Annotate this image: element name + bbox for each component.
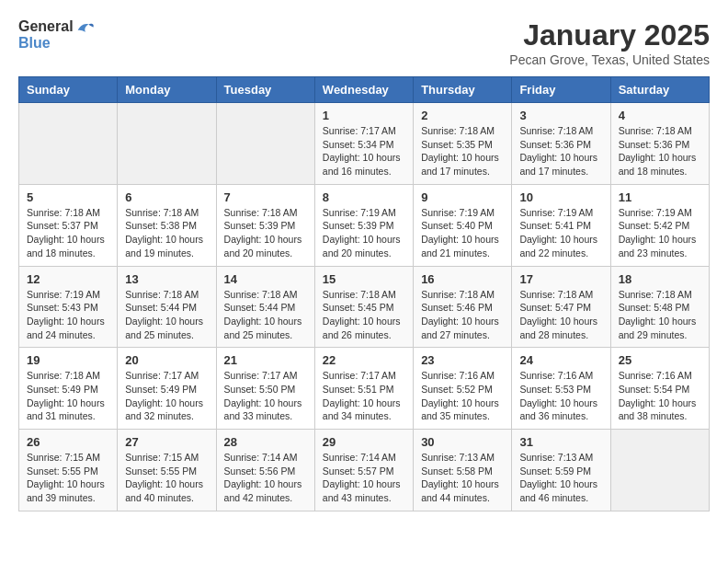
day-number: 19	[27, 353, 109, 367]
calendar-week-row: 26Sunrise: 7:15 AM Sunset: 5:55 PM Dayli…	[19, 430, 710, 511]
day-number: 28	[224, 435, 307, 449]
day-number: 13	[125, 272, 208, 286]
day-number: 22	[323, 353, 405, 367]
day-info: Sunrise: 7:17 AM Sunset: 5:51 PM Dayligh…	[323, 369, 405, 423]
table-row: 4Sunrise: 7:18 AM Sunset: 5:36 PM Daylig…	[610, 103, 709, 185]
day-info: Sunrise: 7:19 AM Sunset: 5:43 PM Dayligh…	[27, 288, 109, 342]
table-row: 13Sunrise: 7:18 AM Sunset: 5:44 PM Dayli…	[118, 266, 216, 348]
day-number: 17	[519, 272, 602, 286]
day-number: 8	[323, 190, 405, 204]
table-row: 30Sunrise: 7:13 AM Sunset: 5:58 PM Dayli…	[414, 430, 512, 511]
day-info: Sunrise: 7:18 AM Sunset: 5:46 PM Dayligh…	[421, 288, 504, 342]
calendar-week-row: 5Sunrise: 7:18 AM Sunset: 5:37 PM Daylig…	[19, 184, 710, 266]
day-info: Sunrise: 7:17 AM Sunset: 5:49 PM Dayligh…	[125, 369, 208, 423]
table-row: 16Sunrise: 7:18 AM Sunset: 5:46 PM Dayli…	[414, 266, 512, 348]
day-number: 30	[421, 435, 504, 449]
table-row: 3Sunrise: 7:18 AM Sunset: 5:36 PM Daylig…	[512, 103, 610, 185]
table-row	[118, 103, 216, 185]
day-info: Sunrise: 7:18 AM Sunset: 5:35 PM Dayligh…	[421, 124, 504, 178]
table-row: 10Sunrise: 7:19 AM Sunset: 5:41 PM Dayli…	[512, 184, 610, 266]
table-row: 23Sunrise: 7:16 AM Sunset: 5:52 PM Dayli…	[414, 348, 512, 430]
table-row	[216, 103, 314, 185]
logo-blue: Blue	[18, 35, 51, 51]
table-row: 27Sunrise: 7:15 AM Sunset: 5:55 PM Dayli…	[118, 430, 216, 511]
day-info: Sunrise: 7:18 AM Sunset: 5:39 PM Dayligh…	[224, 206, 307, 260]
day-number: 9	[421, 190, 504, 204]
day-number: 10	[519, 190, 602, 204]
calendar-week-row: 1Sunrise: 7:17 AM Sunset: 5:34 PM Daylig…	[19, 103, 710, 185]
day-number: 23	[421, 353, 504, 367]
calendar-week-row: 19Sunrise: 7:18 AM Sunset: 5:49 PM Dayli…	[19, 348, 710, 430]
table-row	[19, 103, 118, 185]
day-number: 20	[125, 353, 208, 367]
table-row: 22Sunrise: 7:17 AM Sunset: 5:51 PM Dayli…	[314, 348, 413, 430]
table-row: 11Sunrise: 7:19 AM Sunset: 5:42 PM Dayli…	[610, 184, 709, 266]
calendar-week-row: 12Sunrise: 7:19 AM Sunset: 5:43 PM Dayli…	[19, 266, 710, 348]
day-info: Sunrise: 7:18 AM Sunset: 5:48 PM Dayligh…	[619, 288, 701, 342]
day-number: 29	[323, 435, 405, 449]
day-number: 11	[619, 190, 701, 204]
day-number: 6	[125, 190, 208, 204]
table-row: 20Sunrise: 7:17 AM Sunset: 5:49 PM Dayli…	[118, 348, 216, 430]
day-number: 18	[619, 272, 701, 286]
day-info: Sunrise: 7:14 AM Sunset: 5:57 PM Dayligh…	[323, 451, 405, 505]
col-friday: Friday	[512, 77, 610, 103]
col-saturday: Saturday	[610, 77, 709, 103]
month-title: January 2025	[509, 18, 710, 52]
table-row: 7Sunrise: 7:18 AM Sunset: 5:39 PM Daylig…	[216, 184, 314, 266]
day-number: 4	[619, 109, 701, 122]
table-row: 9Sunrise: 7:19 AM Sunset: 5:40 PM Daylig…	[414, 184, 512, 266]
table-row: 31Sunrise: 7:13 AM Sunset: 5:59 PM Dayli…	[512, 430, 610, 511]
table-row: 8Sunrise: 7:19 AM Sunset: 5:39 PM Daylig…	[314, 184, 413, 266]
table-row: 14Sunrise: 7:18 AM Sunset: 5:44 PM Dayli…	[216, 266, 314, 348]
table-row: 2Sunrise: 7:18 AM Sunset: 5:35 PM Daylig…	[414, 103, 512, 185]
table-row: 29Sunrise: 7:14 AM Sunset: 5:57 PM Dayli…	[314, 430, 413, 511]
day-info: Sunrise: 7:18 AM Sunset: 5:47 PM Dayligh…	[519, 288, 602, 342]
table-row: 24Sunrise: 7:16 AM Sunset: 5:53 PM Dayli…	[512, 348, 610, 430]
table-row: 26Sunrise: 7:15 AM Sunset: 5:55 PM Dayli…	[19, 430, 118, 511]
calendar: Sunday Monday Tuesday Wednesday Thursday…	[18, 76, 710, 511]
col-monday: Monday	[118, 77, 216, 103]
day-info: Sunrise: 7:17 AM Sunset: 5:50 PM Dayligh…	[224, 369, 307, 423]
table-row: 1Sunrise: 7:17 AM Sunset: 5:34 PM Daylig…	[314, 103, 413, 185]
day-number: 5	[27, 190, 109, 204]
table-row: 21Sunrise: 7:17 AM Sunset: 5:50 PM Dayli…	[216, 348, 314, 430]
day-number: 3	[519, 109, 602, 122]
col-sunday: Sunday	[19, 77, 118, 103]
table-row: 6Sunrise: 7:18 AM Sunset: 5:38 PM Daylig…	[118, 184, 216, 266]
table-row: 17Sunrise: 7:18 AM Sunset: 5:47 PM Dayli…	[512, 266, 610, 348]
logo: General Blue	[18, 18, 95, 52]
table-row	[610, 430, 709, 511]
logo-general: General	[18, 18, 74, 35]
day-info: Sunrise: 7:18 AM Sunset: 5:44 PM Dayligh…	[224, 288, 307, 342]
day-number: 31	[519, 435, 602, 449]
day-info: Sunrise: 7:19 AM Sunset: 5:42 PM Dayligh…	[619, 206, 701, 260]
day-info: Sunrise: 7:16 AM Sunset: 5:53 PM Dayligh…	[519, 369, 602, 423]
day-info: Sunrise: 7:18 AM Sunset: 5:36 PM Dayligh…	[619, 124, 701, 178]
col-thursday: Thursday	[414, 77, 512, 103]
day-number: 7	[224, 190, 307, 204]
day-info: Sunrise: 7:17 AM Sunset: 5:34 PM Dayligh…	[323, 124, 405, 178]
location: Pecan Grove, Texas, United States	[509, 52, 710, 67]
table-row: 12Sunrise: 7:19 AM Sunset: 5:43 PM Dayli…	[19, 266, 118, 348]
table-row: 28Sunrise: 7:14 AM Sunset: 5:56 PM Dayli…	[216, 430, 314, 511]
table-row: 19Sunrise: 7:18 AM Sunset: 5:49 PM Dayli…	[19, 348, 118, 430]
day-info: Sunrise: 7:13 AM Sunset: 5:58 PM Dayligh…	[421, 451, 504, 505]
day-number: 16	[421, 272, 504, 286]
day-number: 24	[519, 353, 602, 367]
calendar-header-row: Sunday Monday Tuesday Wednesday Thursday…	[19, 77, 710, 103]
day-info: Sunrise: 7:19 AM Sunset: 5:41 PM Dayligh…	[519, 206, 602, 260]
day-number: 27	[125, 435, 208, 449]
day-info: Sunrise: 7:13 AM Sunset: 5:59 PM Dayligh…	[519, 451, 602, 505]
day-number: 15	[323, 272, 405, 286]
table-row: 15Sunrise: 7:18 AM Sunset: 5:45 PM Dayli…	[314, 266, 413, 348]
day-number: 26	[27, 435, 109, 449]
header: General Blue January 2025 Pecan Grove, T…	[18, 18, 710, 67]
day-info: Sunrise: 7:19 AM Sunset: 5:40 PM Dayligh…	[421, 206, 504, 260]
day-number: 21	[224, 353, 307, 367]
logo-bird-icon	[76, 19, 95, 34]
day-number: 2	[421, 109, 504, 122]
day-number: 12	[27, 272, 109, 286]
day-info: Sunrise: 7:18 AM Sunset: 5:37 PM Dayligh…	[27, 206, 109, 260]
day-info: Sunrise: 7:15 AM Sunset: 5:55 PM Dayligh…	[27, 451, 109, 505]
